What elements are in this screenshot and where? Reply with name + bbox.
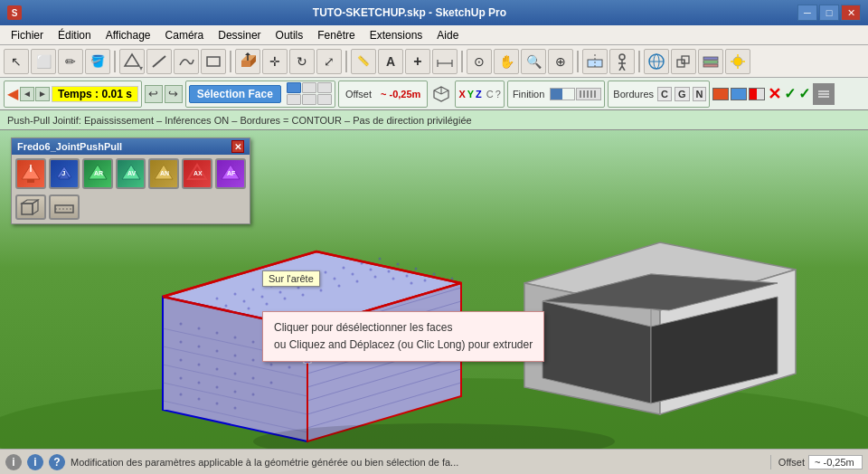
view-btn-5[interactable] [302,94,316,105]
cgn-controls: C G N [657,87,706,101]
svg-point-107 [234,391,237,393]
zoom-extents-tool[interactable]: ⊕ [548,49,573,74]
redo-button[interactable]: ↪ [165,85,183,103]
line-tool[interactable] [146,49,172,74]
pencil-tool[interactable]: ✏ [58,49,83,74]
svg-point-45 [252,289,255,291]
scale-tool[interactable]: ⤢ [316,49,342,74]
close-button[interactable]: ✕ [841,5,861,21]
paint-tool[interactable]: 🪣 [85,49,110,74]
c-btn[interactable]: C [657,87,672,101]
y-label[interactable]: Y [467,89,474,100]
c-label[interactable]: C [486,89,494,100]
view-btn-6[interactable] [317,94,332,105]
eraser-tool[interactable]: ⬜ [31,49,56,74]
svg-point-100 [216,368,219,371]
pp-af-btn[interactable]: AF [215,158,246,189]
menu-affichage[interactable]: Affichage [99,27,158,43]
minimize-button[interactable]: ─ [797,5,817,21]
pp-box-btn[interactable] [15,194,46,220]
info-icon-1[interactable]: i [5,454,22,470]
settings-icon[interactable] [813,83,835,105]
view-btn-1[interactable] [287,82,301,93]
plugin-panel-close-btn[interactable]: ✕ [231,140,244,153]
view-btn-4[interactable] [287,94,301,105]
svg-rect-39 [818,96,829,98]
menu-extensions[interactable]: Extensions [363,27,430,43]
text-tool[interactable]: A [378,49,403,74]
pp-ar-btn[interactable]: AR [82,158,113,189]
svg-point-88 [252,341,255,344]
pp-flat-btn[interactable] [49,194,80,220]
plugin-panel-content: J AR AV AN [12,155,250,193]
rotate-tool[interactable]: ↻ [289,49,315,74]
nav-fwd[interactable]: ► [35,87,50,101]
pp-push-btn[interactable] [15,158,46,189]
menu-fenetre[interactable]: Fenêtre [310,27,362,43]
menu-camera[interactable]: Caméra [158,27,212,43]
separator2 [230,51,231,72]
tape-tool[interactable]: 📏 [351,49,376,74]
apply-icon[interactable]: ✓ [798,85,810,102]
cancel-icon[interactable]: ✕ [768,84,781,104]
svg-point-61 [279,291,282,294]
pp-ax-btn[interactable]: AX [182,158,212,189]
pp-an-btn[interactable]: AN [148,158,179,189]
menu-dessiner[interactable]: Dessiner [211,27,268,43]
move-tool[interactable]: ✛ [262,49,288,74]
dim-tool[interactable] [432,49,458,74]
menu-outils[interactable]: Outils [269,27,311,43]
finition-btn1[interactable] [550,88,575,100]
svg-rect-37 [818,90,829,92]
info-icon-2[interactable]: i [27,454,43,470]
swatch-gray[interactable] [749,88,765,100]
pp-joint-btn[interactable]: J [49,158,80,189]
n-btn[interactable]: N [693,87,707,101]
maximize-button[interactable]: □ [819,5,839,21]
svg-point-43 [216,298,219,300]
push-pull-tool[interactable] [235,49,260,74]
x-label[interactable]: X [458,89,465,100]
question-label[interactable]: ? [495,89,501,100]
confirm-icon[interactable]: ✓ [784,85,796,102]
pan-tool[interactable]: ✋ [494,49,519,74]
swatch-orange[interactable] [712,88,729,100]
walk-tool[interactable] [609,49,635,74]
section-tool[interactable] [582,49,608,74]
shapes-tool[interactable]: ▾ [119,49,145,74]
rect-tool[interactable]: ▾ ▾ [201,49,226,74]
undo-button[interactable]: ↩ [145,85,163,103]
select-tool[interactable] [4,49,29,74]
g-btn[interactable]: G [675,87,690,101]
view-btn-3[interactable] [317,82,332,93]
svg-text:AN: AN [160,170,169,176]
view-btn-2[interactable] [302,82,316,93]
window-title: TUTO-SKETCHUP.skp - SketchUp Pro [22,6,797,19]
shadows-tool[interactable] [725,49,750,74]
svg-line-1 [153,56,165,67]
svg-marker-157 [33,200,38,214]
menu-edition[interactable]: Édition [51,27,99,43]
nav-back[interactable]: ◄ [20,87,34,101]
svg-line-36 [434,90,441,94]
svg-point-80 [374,276,377,279]
svg-marker-0 [125,54,139,66]
z-label[interactable]: Z [476,89,482,100]
pp-av-btn[interactable]: AV [116,158,146,189]
orbit-tool[interactable]: ⊙ [467,49,492,74]
finition-btn2[interactable] [576,88,601,100]
geo-tool[interactable] [644,49,669,74]
svg-point-104 [180,377,183,380]
main-viewport[interactable]: Sur l'arête Cliquer pour désélectionner … [0,130,868,474]
swatch-blue[interactable] [731,88,747,100]
components-tool[interactable] [671,49,696,74]
status-text: Modification des paramètres applicable à… [71,457,765,468]
menu-fichier[interactable]: Fichier [4,27,51,43]
menu-aide[interactable]: Aide [429,27,466,43]
svg-rect-38 [818,93,829,95]
axes-tool[interactable]: + [405,49,430,74]
zoom-tool[interactable]: 🔍 [521,49,546,74]
help-icon[interactable]: ? [49,454,65,470]
freehand-tool[interactable] [174,49,199,74]
layers-tool[interactable] [698,49,723,74]
